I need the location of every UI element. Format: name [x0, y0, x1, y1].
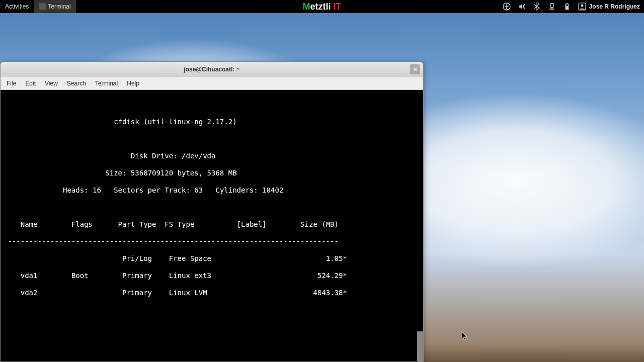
terminal-app-icon — [39, 3, 46, 10]
user-name-label: Jose R Rodriguez — [589, 3, 640, 10]
table-row[interactable]: Pri/Log Free Space 1.05* — [4, 254, 420, 263]
menu-help[interactable]: Help — [123, 79, 143, 88]
svg-rect-7 — [566, 6, 568, 9]
table-row[interactable]: vda1 Boot Primary Linux ext3 524.29* — [4, 272, 420, 280]
table-row[interactable]: vda2 Primary Linux LVM 4843.38* — [4, 289, 420, 297]
terminal-window: jose@Cihuacoatl: ~ ✕ File Edit View Sear… — [0, 61, 424, 362]
terminal-scrollbar[interactable] — [417, 331, 423, 361]
gnome-top-panel: Activities Terminal Metztli IT Jose R Ro… — [0, 0, 644, 13]
activities-button[interactable]: Activities — [0, 0, 34, 13]
disk-size: Size: 5368709120 bytes, 5368 MB — [105, 169, 236, 177]
menu-terminal[interactable]: Terminal — [91, 79, 122, 88]
bluetooth-icon[interactable] — [533, 3, 541, 11]
disk-drive: Disk Drive: /dev/vda — [131, 152, 216, 160]
brand-logo: Metztli IT — [302, 2, 341, 12]
terminal-menubar: File Edit View Search Terminal Help — [1, 77, 423, 90]
svg-point-1 — [506, 5, 507, 6]
battery-icon[interactable] — [563, 3, 571, 11]
svg-rect-3 — [549, 9, 554, 10]
disk-geometry: Heads: 16 Sectors per Track: 63 Cylinder… — [63, 186, 283, 194]
terminal-content[interactable]: cfdisk (util-linux-ng 2.17.2) Disk Drive… — [1, 90, 423, 361]
volume-icon[interactable] — [518, 3, 526, 11]
window-close-button[interactable]: ✕ — [410, 64, 420, 74]
menu-file[interactable]: File — [3, 79, 20, 88]
cfdisk-version: cfdisk (util-linux-ng 2.17.2) — [114, 118, 236, 126]
user-menu-button[interactable]: Jose R Rodriguez — [578, 3, 640, 11]
svg-point-9 — [581, 5, 583, 7]
menu-search[interactable]: Search — [63, 79, 90, 88]
app-menu-label: Terminal — [48, 3, 70, 10]
svg-rect-2 — [550, 4, 553, 8]
menu-edit[interactable]: Edit — [21, 79, 40, 88]
close-icon: ✕ — [413, 66, 418, 73]
menu-view[interactable]: View — [41, 79, 62, 88]
svg-rect-6 — [567, 3, 568, 4]
window-title: jose@Cihuacoatl: ~ — [184, 66, 239, 73]
network-icon[interactable] — [548, 3, 556, 11]
window-titlebar[interactable]: jose@Cihuacoatl: ~ ✕ — [1, 62, 423, 77]
accessibility-icon[interactable] — [503, 3, 511, 11]
app-menu-button[interactable]: Terminal — [34, 0, 75, 13]
